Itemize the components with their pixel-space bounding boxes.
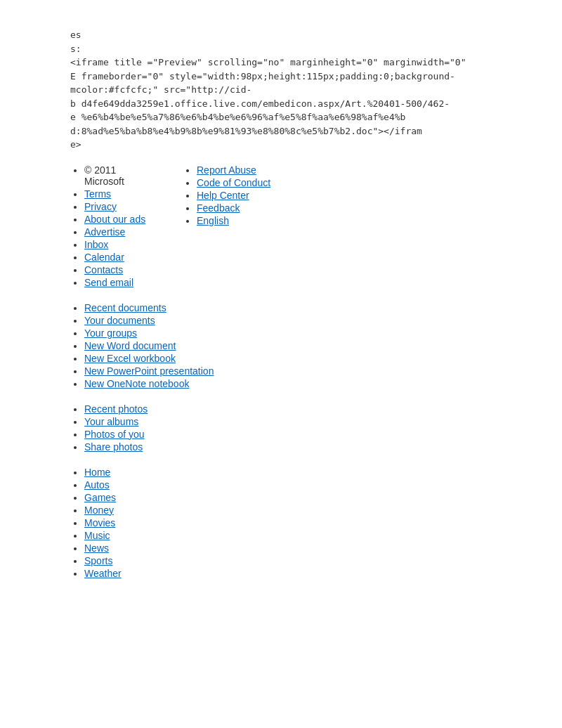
- contacts-link[interactable]: Contacts: [84, 264, 123, 275]
- list-item: Music: [84, 530, 520, 541]
- report-abuse-link[interactable]: Report Abuse: [197, 164, 256, 176]
- list-item: Advertise: [84, 226, 155, 238]
- share-photos-link[interactable]: Share photos: [84, 441, 143, 453]
- list-item: Recent photos: [84, 403, 520, 415]
- code-line-9: e>: [70, 138, 520, 152]
- english-link[interactable]: English: [197, 215, 229, 226]
- news-link[interactable]: News: [84, 542, 109, 554]
- list-item: Your groups: [84, 327, 520, 339]
- your-documents-link[interactable]: Your documents: [84, 315, 155, 326]
- games-link[interactable]: Games: [84, 492, 116, 503]
- code-line-1: es: [70, 28, 520, 42]
- recent-documents-link[interactable]: Recent documents: [84, 302, 166, 313]
- list-item: Your documents: [84, 315, 520, 326]
- music-link[interactable]: Music: [84, 530, 110, 541]
- list-item: English: [197, 215, 288, 226]
- calendar-link[interactable]: Calendar: [84, 252, 124, 263]
- recent-photos-link[interactable]: Recent photos: [84, 403, 148, 415]
- list-item: News: [84, 542, 520, 554]
- list-item: Recent documents: [84, 302, 520, 313]
- list-item: © 2011Microsoft: [84, 164, 155, 187]
- footer-links: © 2011Microsoft Terms Privacy About our …: [70, 164, 520, 291]
- about-ads-link[interactable]: About our ads: [84, 214, 145, 225]
- autos-link[interactable]: Autos: [84, 479, 110, 490]
- list-item: New PowerPoint presentation: [84, 365, 520, 377]
- list-item: Money: [84, 505, 520, 516]
- help-center-link[interactable]: Help Center: [197, 190, 249, 201]
- movies-link[interactable]: Movies: [84, 517, 115, 528]
- privacy-link[interactable]: Privacy: [84, 201, 117, 212]
- right-link-list: Report Abuse Code of Conduct Help Center…: [183, 164, 288, 226]
- new-word-link[interactable]: New Word document: [84, 340, 176, 351]
- code-of-conduct-link[interactable]: Code of Conduct: [197, 177, 270, 188]
- list-item: Help Center: [197, 190, 288, 201]
- money-link[interactable]: Money: [84, 505, 114, 516]
- list-item: Your albums: [84, 416, 520, 427]
- your-groups-link[interactable]: Your groups: [84, 327, 137, 339]
- list-item: New Word document: [84, 340, 520, 351]
- photos-section: Recent photos Your albums Photos of you …: [70, 403, 520, 453]
- nav-link-list: Home Autos Games Money Movies Music News…: [70, 467, 520, 579]
- code-block: es s: <iframe title ="Preview" scrolling…: [70, 28, 520, 152]
- list-item: Code of Conduct: [197, 177, 288, 188]
- left-link-list: © 2011Microsoft Terms Privacy About our …: [70, 164, 155, 288]
- list-item: Photos of you: [84, 429, 520, 440]
- code-line-2: s:: [70, 42, 520, 56]
- list-item: Terms: [84, 188, 155, 200]
- list-item: Feedback: [197, 202, 288, 214]
- code-line-8: d:8%ad%e5%ba%b8%e4%b9%8b%e9%81%93%e8%80%…: [70, 124, 520, 138]
- home-link[interactable]: Home: [84, 467, 110, 478]
- list-item: Contacts: [84, 264, 155, 275]
- your-albums-link[interactable]: Your albums: [84, 416, 138, 427]
- code-line-6: b d4fe649dda3259e1.office.live.com/embed…: [70, 97, 520, 111]
- inbox-link[interactable]: Inbox: [84, 239, 108, 250]
- right-column: Report Abuse Code of Conduct Help Center…: [183, 164, 288, 291]
- code-line-3: <iframe title ="Preview" scrolling="no" …: [70, 56, 520, 70]
- weather-link[interactable]: Weather: [84, 568, 122, 579]
- copyright-text: © 2011Microsoft: [84, 164, 124, 187]
- code-line-4: E frameborder="0" style="width:98px;heig…: [70, 70, 520, 84]
- list-item: Games: [84, 492, 520, 503]
- list-item: New Excel workbook: [84, 353, 520, 364]
- code-line-7: e %e6%b4%be%e5%a7%86%e6%b4%be%e6%96%af%e…: [70, 110, 520, 124]
- sports-link[interactable]: Sports: [84, 555, 112, 566]
- list-item: Inbox: [84, 239, 155, 250]
- send-email-link[interactable]: Send email: [84, 277, 133, 288]
- new-excel-link[interactable]: New Excel workbook: [84, 353, 176, 364]
- documents-section: Recent documents Your documents Your gro…: [70, 302, 520, 389]
- list-item: Home: [84, 467, 520, 478]
- list-item: Report Abuse: [197, 164, 288, 176]
- list-item: Share photos: [84, 441, 520, 453]
- list-item: New OneNote notebook: [84, 378, 520, 389]
- doc-link-list: Recent documents Your documents Your gro…: [70, 302, 520, 389]
- list-item: Autos: [84, 479, 520, 490]
- code-line-5: mcolor:#fcfcfc;" src="http://cid-: [70, 83, 520, 97]
- photos-of-you-link[interactable]: Photos of you: [84, 429, 145, 440]
- nav-section: Home Autos Games Money Movies Music News…: [70, 467, 520, 579]
- list-item: Movies: [84, 517, 520, 528]
- advertise-link[interactable]: Advertise: [84, 226, 125, 238]
- feedback-link[interactable]: Feedback: [197, 202, 240, 214]
- new-onenote-link[interactable]: New OneNote notebook: [84, 378, 189, 389]
- new-powerpoint-link[interactable]: New PowerPoint presentation: [84, 365, 214, 377]
- list-item: Calendar: [84, 252, 155, 263]
- list-item: Privacy: [84, 201, 155, 212]
- terms-link[interactable]: Terms: [84, 188, 111, 200]
- list-item: Send email: [84, 277, 155, 288]
- list-item: Sports: [84, 555, 520, 566]
- left-column: © 2011Microsoft Terms Privacy About our …: [70, 164, 155, 291]
- list-item: Weather: [84, 568, 520, 579]
- photo-link-list: Recent photos Your albums Photos of you …: [70, 403, 520, 453]
- list-item: About our ads: [84, 214, 155, 225]
